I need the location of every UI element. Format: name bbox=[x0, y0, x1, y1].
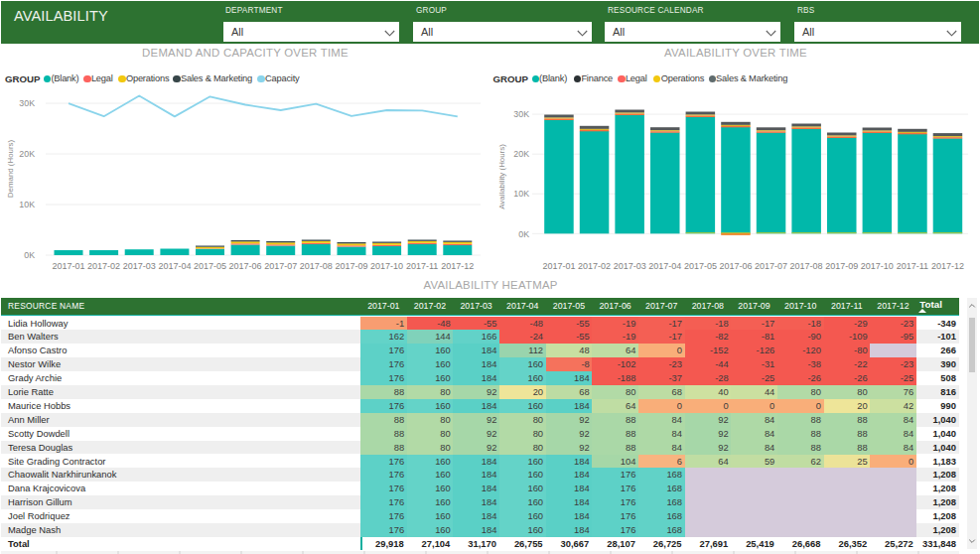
svg-text:0K: 0K bbox=[518, 229, 529, 239]
svg-text:30K: 30K bbox=[513, 109, 529, 119]
svg-text:Availability (Hours): Availability (Hours) bbox=[497, 144, 506, 209]
svg-text:2017-03: 2017-03 bbox=[614, 261, 646, 271]
svg-text:2017-08: 2017-08 bbox=[790, 261, 823, 271]
svg-text:2017-11: 2017-11 bbox=[897, 261, 928, 271]
svg-text:2017-09: 2017-09 bbox=[825, 261, 858, 271]
svg-text:2017-12: 2017-12 bbox=[931, 261, 964, 271]
svg-text:2017-07: 2017-07 bbox=[755, 261, 787, 271]
svg-text:2017-02: 2017-02 bbox=[578, 261, 611, 271]
svg-text:10K: 10K bbox=[513, 189, 529, 199]
svg-text:2017-04: 2017-04 bbox=[648, 261, 681, 271]
svg-text:2017-05: 2017-05 bbox=[684, 261, 717, 271]
svg-text:2017-06: 2017-06 bbox=[719, 261, 752, 271]
svg-text:2017-01: 2017-01 bbox=[542, 261, 575, 271]
svg-text:2017-10: 2017-10 bbox=[861, 261, 894, 271]
svg-text:20K: 20K bbox=[513, 149, 529, 159]
